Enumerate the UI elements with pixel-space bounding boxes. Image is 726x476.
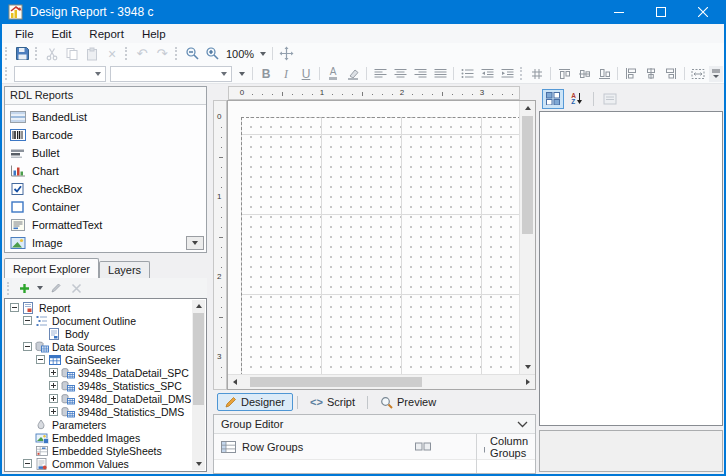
- canvas-vertical-scrollbar[interactable]: [519, 101, 535, 374]
- menu-edit[interactable]: Edit: [43, 28, 81, 40]
- tree-item-dataset-3948s-datadetail-spc[interactable]: 3948s_DataDetail_SPC: [5, 366, 191, 379]
- align-rights-button[interactable]: [662, 65, 680, 83]
- align-right-button[interactable]: [411, 65, 429, 83]
- menu-report[interactable]: Report: [80, 28, 133, 40]
- scrollbar-thumb[interactable]: [522, 116, 533, 234]
- tree-item-body[interactable]: Body: [5, 327, 191, 340]
- scroll-left-icon[interactable]: [228, 375, 242, 389]
- row-groups-list[interactable]: [214, 459, 476, 473]
- save-button[interactable]: [13, 45, 31, 63]
- tab-designer[interactable]: Designer: [217, 393, 293, 411]
- delete-item-button[interactable]: [66, 280, 86, 297]
- design-canvas[interactable]: [228, 101, 519, 374]
- font-size-dropdown[interactable]: [235, 65, 248, 83]
- tree-item-dataset-3948s-statistics-spc[interactable]: 3948s_Statistics_SPC: [5, 379, 191, 392]
- tree-item-dataset-3948d-statistics-dms[interactable]: 3948d_Statistics_DMS: [5, 405, 191, 418]
- tree-item-embedded-images[interactable]: Embedded Images: [5, 431, 191, 444]
- cut-button[interactable]: [43, 45, 61, 63]
- scrollbar-thumb[interactable]: [193, 313, 204, 405]
- categorized-view-button[interactable]: [542, 89, 564, 109]
- zoom-level-value[interactable]: 100%: [226, 48, 254, 60]
- bold-button[interactable]: B: [257, 65, 275, 83]
- decrease-indent-button[interactable]: [478, 65, 496, 83]
- tree-item-embedded-stylesheets[interactable]: Embedded StyleSheets: [5, 444, 191, 457]
- highlight-color-button[interactable]: [344, 65, 362, 83]
- toolbar-overflow-button[interactable]: [709, 66, 723, 82]
- align-center-button[interactable]: [391, 65, 409, 83]
- tree-item-report[interactable]: Report: [5, 301, 191, 314]
- increase-indent-button[interactable]: [498, 65, 516, 83]
- align-centers-button[interactable]: [642, 65, 660, 83]
- column-groups-list[interactable]: [477, 459, 535, 473]
- minimize-button[interactable]: [598, 0, 640, 24]
- scroll-up-icon[interactable]: [520, 101, 535, 115]
- zoom-in-button[interactable]: [203, 45, 221, 63]
- menu-help[interactable]: Help: [133, 28, 175, 40]
- expand-icon[interactable]: [49, 381, 58, 390]
- add-item-dropdown-icon[interactable]: [37, 286, 43, 290]
- property-grid[interactable]: [539, 111, 723, 426]
- tab-report-explorer[interactable]: Report Explorer: [4, 258, 99, 278]
- toolbox-item-bullet[interactable]: Bullet: [5, 144, 206, 162]
- tree-item-gainseeker[interactable]: GainSeeker: [5, 353, 191, 366]
- collapse-icon[interactable]: [10, 303, 19, 312]
- align-left-button[interactable]: [371, 65, 389, 83]
- align-lefts-button[interactable]: [622, 65, 640, 83]
- underline-button[interactable]: U: [297, 65, 315, 83]
- tab-layers[interactable]: Layers: [99, 261, 150, 278]
- canvas-horizontal-scrollbar[interactable]: [228, 374, 535, 389]
- align-bottoms-button[interactable]: [595, 65, 613, 83]
- align-justify-button[interactable]: [431, 65, 449, 83]
- toolbox-item-bandedlist[interactable]: BandedList: [5, 108, 206, 126]
- toolbox-item-barcode[interactable]: Barcode: [5, 126, 206, 144]
- same-width-button[interactable]: [689, 65, 707, 83]
- toolbox-item-formattedtext[interactable]: FormattedText: [5, 216, 206, 234]
- close-button[interactable]: [682, 0, 724, 24]
- scroll-up-icon[interactable]: [192, 300, 205, 312]
- menu-file[interactable]: File: [6, 28, 43, 40]
- expand-icon[interactable]: [49, 394, 58, 403]
- paste-button[interactable]: [83, 45, 101, 63]
- align-middles-button[interactable]: [575, 65, 593, 83]
- toolbox-scroll-down-button[interactable]: [186, 236, 204, 250]
- font-color-button[interactable]: A: [324, 65, 342, 83]
- edit-item-button[interactable]: [46, 280, 66, 297]
- tree-item-common-values[interactable]: Common Values: [5, 457, 191, 470]
- toolbox-item-image[interactable]: Image: [5, 234, 206, 252]
- property-pages-button[interactable]: [599, 89, 621, 109]
- toolbox-item-container[interactable]: Container: [5, 198, 206, 216]
- tab-preview[interactable]: Preview: [372, 393, 444, 412]
- tree-item-document-outline[interactable]: Document Outline: [5, 314, 191, 327]
- group-display-mode-icon[interactable]: [415, 442, 431, 451]
- tab-script[interactable]: <> Script: [302, 393, 363, 411]
- zoom-out-button[interactable]: [183, 45, 201, 63]
- collapse-icon[interactable]: [23, 316, 32, 325]
- italic-button[interactable]: I: [277, 65, 295, 83]
- copy-button[interactable]: [63, 45, 81, 63]
- align-tops-button[interactable]: [555, 65, 573, 83]
- alphabetical-sort-button[interactable]: AZ: [566, 89, 588, 109]
- scroll-down-icon[interactable]: [192, 458, 205, 470]
- toolbox-item-chart[interactable]: Chart: [5, 162, 206, 180]
- add-item-button[interactable]: [14, 280, 34, 297]
- collapse-icon[interactable]: [36, 355, 45, 364]
- tree-scrollbar[interactable]: [192, 300, 205, 470]
- scrollbar-thumb[interactable]: [250, 377, 422, 387]
- toolbox-item-checkbox[interactable]: CheckBox: [5, 180, 206, 198]
- tree-item-parameters[interactable]: Parameters: [5, 418, 191, 431]
- delete-button[interactable]: ×: [103, 45, 121, 63]
- redo-button[interactable]: ↷: [153, 45, 171, 63]
- expand-icon[interactable]: [49, 368, 58, 377]
- report-body-page[interactable]: [241, 117, 519, 374]
- pan-mode-button[interactable]: [277, 45, 295, 63]
- chevron-down-icon[interactable]: [517, 421, 528, 428]
- scroll-down-icon[interactable]: [520, 360, 535, 374]
- undo-button[interactable]: ↶: [133, 45, 151, 63]
- scroll-right-icon[interactable]: [521, 375, 535, 389]
- group-editor-header[interactable]: Group Editor: [214, 415, 535, 434]
- style-combo[interactable]: [110, 66, 232, 82]
- font-family-combo[interactable]: [14, 66, 106, 82]
- expand-icon[interactable]: [49, 407, 58, 416]
- zoom-level-dropdown-icon[interactable]: [260, 52, 266, 56]
- snap-to-grid-button[interactable]: [528, 65, 546, 83]
